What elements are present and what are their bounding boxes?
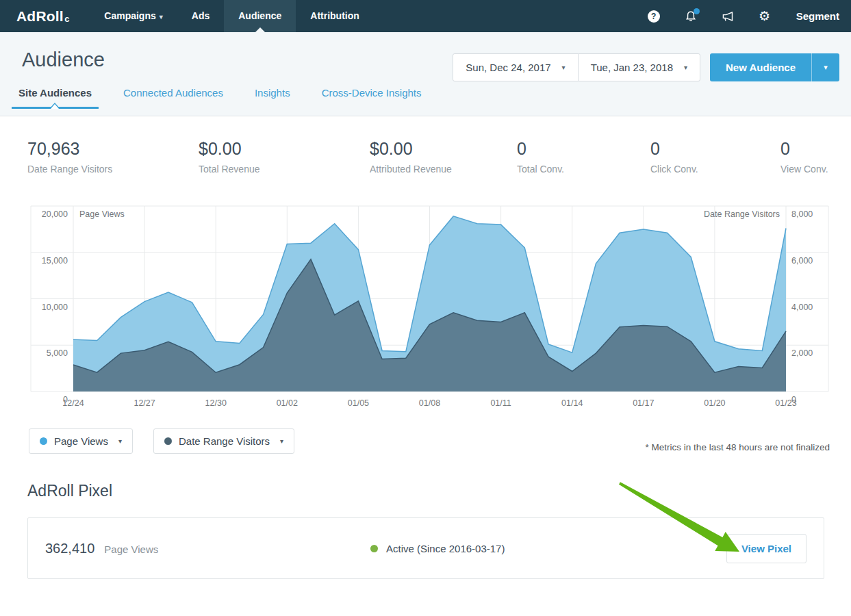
stat-date-range-visitors: 70,963 Date Range Visitors [27,139,199,175]
visitors-series-dot [164,437,172,445]
top-nav: AdRollɔ Campaigns▾ Ads Audience Attribut… [0,0,851,32]
settings-gear-icon[interactable]: ⚙ [758,10,772,23]
svg-text:01/05: 01/05 [348,398,369,408]
svg-text:12/27: 12/27 [134,398,155,408]
notification-badge [694,8,700,14]
svg-text:10,000: 10,000 [42,303,68,312]
svg-text:12/30: 12/30 [205,398,227,408]
date-range-picker: Sun, Dec 24, 2017 ▾ Tue, Jan 23, 2018 ▾ [453,53,700,81]
stats-row: 70,963 Date Range Visitors $0.00 Total R… [0,116,851,175]
chart-legend-row: Page Views ▾ Date Range Visitors ▾ * Met… [0,412,851,454]
nav-item-campaigns[interactable]: Campaigns▾ [90,0,177,32]
view-pixel-button[interactable]: View Pixel [726,534,806,563]
audience-tabs: Site Audiences Connected Audiences Insig… [0,87,851,107]
svg-text:01/20: 01/20 [704,398,725,408]
header-controls: Sun, Dec 24, 2017 ▾ Tue, Jan 23, 2018 ▾ … [453,53,839,81]
svg-text:01/11: 01/11 [490,398,511,408]
announcements-megaphone-icon[interactable] [721,10,735,23]
tab-cross-device-insights[interactable]: Cross-Device Insights [315,87,429,107]
svg-text:01/08: 01/08 [419,398,440,408]
account-name[interactable]: Segment [796,10,839,22]
adroll-logo-curl-icon: ɔ [64,14,69,24]
audience-chart: 20,0008,00015,0006,00010,0004,0005,0002,… [0,201,851,409]
stat-attributed-revenue: $0.00 Attributed Revenue [370,139,517,175]
chevron-down-icon: ▾ [684,64,687,71]
active-nav-notch [255,27,265,32]
new-audience-split-button: New Audience ▾ [710,53,839,81]
nav-items: Campaigns▾ Ads Audience Attribution [90,0,374,32]
nav-item-attribution[interactable]: Attribution [296,0,374,32]
pixel-status: Active (Since 2016-03-17) [370,543,505,554]
tab-connected-audiences[interactable]: Connected Audiences [116,87,230,107]
pixel-pageviews-label: Page Views [104,543,158,555]
svg-text:15,000: 15,000 [42,256,68,266]
stat-view-conv: 0 View Conv. [780,139,830,175]
tab-site-audiences[interactable]: Site Audiences [12,87,99,107]
svg-text:2,000: 2,000 [791,348,813,358]
page-header: Audience Sun, Dec 24, 2017 ▾ Tue, Jan 23… [0,32,851,116]
help-icon[interactable]: ? [647,10,661,23]
svg-text:12/24: 12/24 [62,398,84,408]
chevron-down-icon: ▾ [562,64,566,71]
pixel-status-dot [370,545,378,552]
pixel-section-heading: AdRoll Pixel [27,482,851,500]
new-audience-dropdown-button[interactable]: ▾ [811,53,839,81]
chart-section: 20,0008,00015,0006,00010,0004,0005,0002,… [0,201,851,412]
notifications-bell-icon[interactable] [684,10,698,23]
chevron-down-icon: ▾ [280,437,283,445]
svg-text:01/14: 01/14 [561,398,583,408]
pixel-pageviews-value: 362,410 [45,541,94,556]
nav-right-icons: ? ⚙ Segment [624,0,851,32]
nav-item-ads[interactable]: Ads [177,0,224,32]
svg-text:Page Views: Page Views [79,209,125,219]
tab-insights[interactable]: Insights [248,87,297,107]
svg-text:01/02: 01/02 [277,398,298,408]
new-audience-button[interactable]: New Audience [710,53,811,81]
adroll-logo[interactable]: AdRollɔ [0,0,90,32]
audience-page: AdRollɔ Campaigns▾ Ads Audience Attribut… [0,0,851,579]
date-range-start[interactable]: Sun, Dec 24, 2017 ▾ [453,53,578,81]
svg-text:01/23: 01/23 [775,398,796,408]
svg-text:20,000: 20,000 [42,209,68,219]
chevron-down-icon: ▾ [118,437,122,445]
legend-visitors-dropdown[interactable]: Date Range Visitors ▾ [153,428,294,454]
stat-total-conv: 0 Total Conv. [517,139,650,175]
pixel-status-text: Active (Since 2016-03-17) [386,543,505,554]
chevron-down-icon: ▾ [160,13,163,21]
svg-text:6,000: 6,000 [791,256,813,266]
svg-text:8,000: 8,000 [791,209,813,219]
pixel-card: 362,410 Page Views Active (Since 2016-03… [27,517,824,579]
stat-click-conv: 0 Click Conv. [650,139,780,175]
date-range-end[interactable]: Tue, Jan 23, 2018 ▾ [578,53,700,81]
svg-text:5,000: 5,000 [47,348,68,358]
pageviews-series-dot [40,437,47,445]
metrics-footnote: * Metrics in the last 48 hours are not f… [646,442,830,454]
svg-text:01/17: 01/17 [633,398,654,408]
svg-text:4,000: 4,000 [791,303,813,312]
stat-total-revenue: $0.00 Total Revenue [199,139,370,175]
legend-pageviews-dropdown[interactable]: Page Views ▾ [29,428,133,454]
svg-text:Date Range Visitors: Date Range Visitors [704,209,780,219]
nav-item-audience[interactable]: Audience [224,0,296,32]
adroll-logo-text: AdRoll [16,8,64,25]
